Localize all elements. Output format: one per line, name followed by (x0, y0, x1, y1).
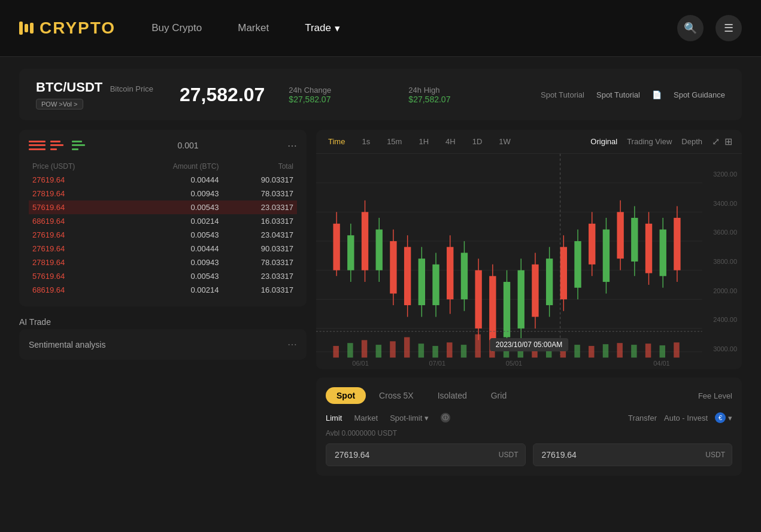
logo-bar-2 (25, 24, 28, 32)
svg-rect-78 (603, 344, 608, 357)
nav-links: Buy Crypto Market Trade ▾ (151, 22, 677, 35)
col-price: Price (USDT) (29, 160, 123, 173)
nav-trade[interactable]: Trade ▾ (305, 22, 340, 35)
price-input-left: USDT (326, 443, 526, 466)
table-row[interactable]: 68619.640.0021416.03317 (29, 214, 297, 228)
pair-desc: Bitcoin Price (110, 84, 153, 93)
svg-rect-66 (432, 346, 438, 357)
tab-grid[interactable]: Grid (480, 387, 517, 404)
transfer-link[interactable]: Transfer (628, 414, 657, 422)
spot-tutorial-link[interactable]: Spot Tutorial (541, 90, 584, 99)
chart-y-labels: 3200.00 3400.00 3600.00 3800.00 2000.00 … (700, 154, 742, 369)
order-type-market[interactable]: Market (354, 414, 378, 422)
time-btn-1h[interactable]: 1H (416, 136, 431, 147)
spot-tutorial-text[interactable]: Spot Tutorial (596, 90, 640, 99)
order-right-options: Transfer Auto - Invest € ▾ (628, 412, 732, 423)
logo-text: CRYPTO (40, 19, 116, 38)
table-row[interactable]: 57619.640.0054323.03317 (29, 200, 297, 214)
col-amount: Amount (BTC) (123, 160, 223, 173)
chart-area: 3200.00 3400.00 3600.00 3800.00 2000.00 … (316, 154, 742, 369)
time-btn-time[interactable]: Time (326, 136, 347, 147)
svg-rect-80 (631, 345, 636, 357)
svg-rect-61 (362, 340, 367, 357)
current-price: 27,582.07 (180, 84, 265, 106)
logo[interactable]: CRYPTO (19, 19, 116, 38)
price-suffix-left: USDT (499, 451, 519, 459)
chart-view-options: Original Trading View Depth ⤢ ⊞ (590, 136, 732, 147)
table-row[interactable]: 27819.640.0094378.03317 (29, 187, 297, 200)
price-input-right: USDT (533, 443, 733, 466)
nav-market[interactable]: Market (238, 22, 269, 34)
auto-invest-link[interactable]: Auto - Invest (664, 414, 708, 422)
currency-icon: € (715, 412, 726, 423)
svg-rect-68 (461, 345, 466, 357)
chart-view-original[interactable]: Original (590, 137, 617, 146)
tab-spot[interactable]: Spot (326, 387, 366, 404)
chart-toolbar: Time 1s 15m 1H 4H 1D 1W Original Trading… (316, 130, 742, 154)
tab-isolated[interactable]: Isolated (427, 387, 478, 404)
currency-selector[interactable]: € ▾ (715, 412, 732, 423)
chevron-down-icon: ▾ (335, 22, 340, 35)
logo-bar-3 (30, 23, 34, 34)
sentimental-header: Sentimental analysis ⋯ (29, 339, 297, 350)
pair-badge[interactable]: POW >Vol > (36, 99, 83, 110)
svg-rect-79 (617, 343, 622, 357)
hamburger-icon: ☰ (724, 22, 733, 35)
view-icon-sell[interactable] (50, 139, 67, 151)
order-type-spot-limit[interactable]: Spot-limit ▾ (390, 414, 429, 422)
svg-rect-63 (390, 341, 395, 357)
chevron-down-icon: ▾ (425, 414, 429, 422)
order-types: Limit Market Spot-limit ▾ ⓘ Transfer Aut… (326, 412, 732, 423)
nav-buy-crypto[interactable]: Buy Crypto (151, 22, 202, 34)
ob-more-icon[interactable]: ⋯ (287, 140, 297, 151)
chart-view-depth[interactable]: Depth (681, 137, 702, 146)
svg-rect-67 (447, 342, 452, 357)
table-row[interactable]: 57619.640.0054323.03317 (29, 269, 297, 283)
expand-icon[interactable]: ⤢ (712, 136, 720, 147)
logo-bar-1 (19, 22, 23, 35)
lower-section: 0.001 ⋯ Price (USDT) Amount (BTC) Total … (19, 130, 742, 476)
time-btn-1d[interactable]: 1D (470, 136, 485, 147)
table-row[interactable]: 27819.640.0094378.03317 (29, 256, 297, 269)
chart-x-labels: 06/01 07/01 05/01 mid 04/01 (322, 360, 700, 369)
nav-right: 🔍 ☰ (677, 15, 742, 41)
trade-panel: Spot Cross 5X Isolated Grid Fee Level Li… (316, 378, 742, 476)
order-info-icon[interactable]: ⓘ (441, 413, 450, 422)
tab-cross[interactable]: Cross 5X (368, 387, 425, 404)
time-btn-15m[interactable]: 15m (384, 136, 404, 147)
svg-rect-81 (645, 343, 651, 357)
svg-rect-76 (574, 345, 580, 357)
price-field-right[interactable] (533, 443, 733, 466)
table-row[interactable]: 68619.640.0021416.03317 (29, 283, 297, 297)
view-icon-buy[interactable] (72, 139, 89, 151)
table-row[interactable]: 27619.640.0054323.04317 (29, 228, 297, 242)
order-book-table: Price (USDT) Amount (BTC) Total 27619.64… (29, 160, 297, 297)
ai-trade-label: AI Trade (19, 315, 307, 329)
svg-rect-62 (376, 345, 381, 357)
order-book-header: 0.001 ⋯ (29, 139, 297, 151)
order-type-limit[interactable]: Limit (326, 414, 342, 422)
svg-rect-77 (589, 346, 594, 357)
svg-rect-59 (333, 346, 338, 357)
chart-view-trading[interactable]: Trading View (627, 137, 672, 146)
grid-icon[interactable]: ⊞ (724, 136, 732, 147)
svg-rect-65 (419, 343, 424, 357)
table-row[interactable]: 27619.640.0044490.03317 (29, 173, 297, 187)
avbl-label: Avbl 0.0000000 USDT (326, 429, 732, 437)
spot-guidance-text[interactable]: Spot Guidance (674, 90, 725, 99)
menu-button[interactable]: ☰ (715, 15, 742, 41)
view-icon-all[interactable] (29, 139, 46, 151)
time-btn-4h[interactable]: 4H (443, 136, 458, 147)
sentimental-title: Sentimental analysis (29, 340, 105, 349)
svg-rect-60 (347, 343, 353, 357)
time-btn-1s[interactable]: 1s (359, 136, 372, 147)
search-button[interactable]: 🔍 (677, 15, 704, 41)
24h-change-stat: 24h Change $27,582.07 (289, 86, 384, 104)
sentimental-more-icon[interactable]: ⋯ (287, 339, 297, 350)
fee-level: Fee Level (698, 391, 732, 400)
table-row[interactable]: 27619.640.0044490.03317 (29, 242, 297, 256)
price-field-left[interactable] (326, 443, 526, 466)
time-btn-1w[interactable]: 1W (496, 136, 513, 147)
price-suffix-right: USDT (705, 451, 725, 459)
svg-rect-69 (475, 335, 480, 358)
